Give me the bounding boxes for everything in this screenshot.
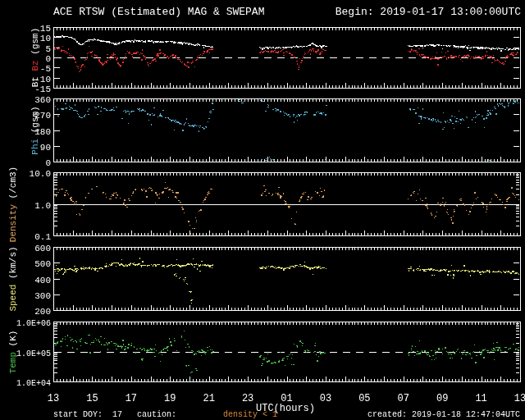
phi-axis-label-part: (gsm) — [30, 106, 40, 139]
caution-label: caution: — [137, 410, 176, 419]
speed-axis-label-part: Speed — [8, 284, 18, 311]
density-axis-label: Density (/cm3) — [8, 166, 18, 241]
temp-axis-label: Temp (K) — [8, 330, 18, 373]
header: ACE RTSW (Estimated) MAG & SWEPAM Begin:… — [53, 6, 521, 18]
temp-axis-label-part: Temp — [8, 352, 18, 373]
mag-axis-label-part: Bt — [30, 76, 40, 87]
mag-axis-label-part: Bz — [30, 60, 40, 76]
density-caution: density < 1 — [223, 410, 277, 419]
mag-axis-label: Bt Bz (gsm) — [30, 28, 40, 88]
temp-axis-label-part: (K) — [8, 330, 18, 351]
speed-axis-label: Speed (km/s) — [8, 246, 18, 311]
start-doy-label: start DOY: 17 — [53, 410, 122, 419]
begin-timestamp: Begin: 2019-01-17 13:00:00UTC — [336, 6, 521, 18]
density-axis-label-part: Density — [8, 204, 18, 242]
chart-canvas — [0, 0, 525, 420]
density-axis-label-part: (/cm3) — [8, 166, 18, 203]
mag-axis-label-part: (gsm) — [30, 28, 40, 61]
created-timestamp: created: 2019-01-18 12:47:04UTC — [368, 410, 520, 419]
phi-axis-label-part: Phi — [30, 138, 40, 154]
chart-title: ACE RTSW (Estimated) MAG & SWEPAM — [53, 6, 264, 18]
speed-axis-label-part: (km/s) — [8, 246, 18, 284]
phi-axis-label: Phi (gsm) — [30, 106, 40, 154]
ace-rtsw-plot: ACE RTSW (Estimated) MAG & SWEPAM Begin:… — [0, 0, 525, 420]
